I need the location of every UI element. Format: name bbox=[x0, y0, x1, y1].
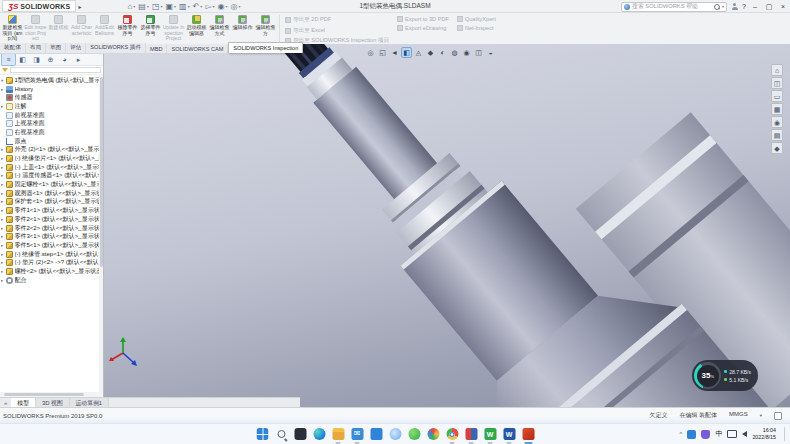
command-tab[interactable]: SOLIDWORKS Inspection bbox=[228, 42, 303, 53]
user-login-icon[interactable] bbox=[731, 3, 738, 10]
print-icon[interactable]: ▥▾ bbox=[179, 2, 190, 11]
status-sheet-icon[interactable] bbox=[774, 412, 782, 420]
tree-item[interactable]: ▸ (-) 垫片 (2)<2> ->? (默认<<默认 bbox=[1, 258, 103, 267]
panel-overflow-icon[interactable]: ▸ bbox=[72, 54, 85, 65]
ribbon-button[interactable]: 移除零件序号 bbox=[116, 14, 139, 43]
ribbon-button[interactable]: 编辑操作 bbox=[231, 14, 254, 43]
restore-button[interactable]: ▢ bbox=[764, 3, 774, 11]
undo-icon[interactable]: ↶▾ bbox=[193, 2, 203, 11]
tray-app-icon[interactable] bbox=[687, 430, 696, 439]
ribbon-button[interactable]: 选择零件序号 bbox=[139, 14, 162, 43]
model-3d[interactable] bbox=[104, 44, 790, 407]
ribbon-button[interactable]: Edit Inspection Project bbox=[24, 14, 47, 43]
tree-item[interactable]: ▸ 传感器 bbox=[1, 93, 103, 102]
command-tab[interactable]: MBD bbox=[146, 45, 167, 53]
export-menu-item[interactable]: Net-Inspect bbox=[457, 25, 496, 31]
search-caret-icon[interactable]: ▾ bbox=[722, 4, 724, 9]
ribbon-button[interactable]: 编辑检查方式 bbox=[208, 14, 231, 43]
task-view-button[interactable] bbox=[294, 428, 307, 441]
search-input[interactable]: 搜索 SOLIDWORKS 帮助 bbox=[632, 2, 712, 11]
mail-icon[interactable] bbox=[351, 428, 364, 441]
tree-root-item[interactable]: ▾ 1型铠装热电偶 (默认<默认_显示状态-1 bbox=[1, 76, 103, 85]
tree-item[interactable]: ▸ 观测器<1> (默认<<默认>_显示状 bbox=[1, 189, 103, 198]
previous-view-icon[interactable]: ◄ bbox=[390, 48, 399, 57]
tree-item[interactable]: ▸ (-) 上盖<1> (默认<<默认>_显示状 bbox=[1, 163, 103, 172]
tree-item[interactable]: ▸ 原点 bbox=[1, 137, 103, 146]
export-menu-item[interactable]: Export to 3D PDF bbox=[397, 16, 449, 22]
word-icon[interactable]: W bbox=[503, 428, 516, 441]
new-file-icon[interactable]: ▤▾ bbox=[138, 2, 149, 11]
display-style-icon[interactable]: ◐ bbox=[438, 48, 447, 57]
view-settings-icon[interactable]: ◒ bbox=[486, 48, 495, 57]
command-tab[interactable]: SOLIDWORKS CAM bbox=[167, 45, 228, 53]
open-file-icon[interactable]: ◳▾ bbox=[152, 2, 163, 11]
section-view-icon[interactable]: ◧ bbox=[402, 48, 411, 57]
wps-icon[interactable]: W bbox=[484, 428, 497, 441]
store-icon[interactable] bbox=[370, 428, 383, 441]
model-tab[interactable]: 3D 视图 bbox=[36, 398, 70, 408]
tree-item[interactable]: ▸ 螺栓<2> (默认<<默认>_显示状态 bbox=[1, 267, 103, 276]
tree-item[interactable]: ▸ 注解 bbox=[1, 102, 103, 111]
start-button[interactable] bbox=[256, 428, 269, 441]
export-menu-item[interactable]: 导出至 2D PDF bbox=[285, 16, 389, 24]
ribbon-button[interactable]: Add/Edit Balloons bbox=[93, 14, 116, 43]
dimxpert-tab-icon[interactable]: ⊕ bbox=[44, 54, 57, 65]
dynamic-annotation-icon[interactable]: ◬ bbox=[414, 48, 423, 57]
3d-viewport[interactable]: ◎ ◱ ◄ ◧ ◬ ◆ ◐ ◍ ◉ ◫ ◒ bbox=[104, 44, 790, 407]
command-tab[interactable]: 评估 bbox=[66, 43, 86, 53]
edit-appearance-icon[interactable]: ◉ bbox=[462, 48, 471, 57]
ribbon-button[interactable]: 启动模板编辑器 bbox=[185, 14, 208, 43]
weather-icon[interactable] bbox=[389, 428, 402, 441]
filter-funnel-icon[interactable] bbox=[2, 68, 8, 72]
minimize-button[interactable]: – bbox=[750, 3, 760, 10]
file-menu-arrow-icon[interactable]: ▸ bbox=[78, 3, 81, 10]
forum-tab-icon[interactable]: ◆ bbox=[771, 142, 783, 154]
apply-scene-icon[interactable]: ◫ bbox=[474, 48, 483, 57]
ime-indicator[interactable]: 中 bbox=[715, 429, 722, 439]
command-tab[interactable]: 草图 bbox=[46, 43, 66, 53]
units-caret-icon[interactable]: ▾ bbox=[760, 413, 762, 418]
design-library-tab-icon[interactable]: ▭ bbox=[771, 90, 783, 102]
command-tab[interactable]: 装配体 bbox=[0, 43, 26, 53]
save-icon[interactable]: ▣▾ bbox=[166, 2, 177, 11]
command-tab[interactable]: SOLIDWORKS 插件 bbox=[86, 43, 146, 53]
tab-scroll-arrows[interactable]: « bbox=[0, 400, 11, 406]
tree-item[interactable]: ▸ 前视基准面 bbox=[1, 111, 103, 120]
model-tab[interactable]: 运动算例1 bbox=[70, 398, 109, 408]
view-orientation-icon[interactable]: ◆ bbox=[426, 48, 435, 57]
help-button[interactable]: ? bbox=[742, 3, 746, 10]
tree-item[interactable]: ▸ 保护套<1> (默认<<默认>_显示状 bbox=[1, 198, 103, 207]
tree-item[interactable]: ▸ 外壳 (2)<1> (默认<<默认>_显示状 bbox=[1, 146, 103, 155]
browser-icon[interactable] bbox=[427, 428, 440, 441]
tree-item[interactable]: ▸ 零件2<2> (默认<<默认>_显示状态 bbox=[1, 224, 103, 233]
zoom-area-icon[interactable]: ◱ bbox=[378, 48, 387, 57]
show-desktop-button[interactable] bbox=[784, 427, 786, 441]
model-tab[interactable]: 模型 bbox=[11, 398, 36, 408]
configurations-tab-icon[interactable]: ◨ bbox=[30, 54, 43, 65]
resources-tab-icon[interactable]: ◫ bbox=[771, 77, 783, 89]
tree-item[interactable]: ▸ 固定螺栓<1> (默认<<默认>_显示 bbox=[1, 180, 103, 189]
tree-item[interactable]: ▸ History bbox=[1, 85, 103, 94]
tree-item[interactable]: ▸ (-) 绝缘垫片<1> (默认<<默认>_显 bbox=[1, 154, 103, 163]
green-app-icon[interactable] bbox=[408, 428, 421, 441]
tree-item[interactable]: ▸ 上视基准面 bbox=[1, 119, 103, 128]
displaymanager-tab-icon[interactable]: ◕ bbox=[58, 54, 71, 65]
search-icon[interactable] bbox=[714, 4, 720, 10]
export-menu-item[interactable]: Export eDrawing bbox=[397, 25, 449, 31]
tree-item[interactable]: ▸ 零件5<1> (默认<<默认>_显示状态 bbox=[1, 241, 103, 250]
export-menu-item[interactable]: 导出至 Excel bbox=[285, 27, 389, 35]
hide-show-items-icon[interactable]: ◍ bbox=[450, 48, 459, 57]
tree-filter-input[interactable] bbox=[10, 67, 101, 73]
volume-icon[interactable] bbox=[742, 431, 747, 437]
edge-icon[interactable] bbox=[313, 428, 326, 441]
reader-app-icon[interactable] bbox=[465, 428, 478, 441]
home-tab-icon[interactable]: ⌂ bbox=[771, 64, 783, 76]
chrome-icon[interactable] bbox=[446, 428, 459, 441]
tree-item[interactable]: ▸ (-) 温度传感器<1> (默认<<默认>_ bbox=[1, 172, 103, 181]
ribbon-button[interactable]: 新建检查项目 (amp;N) bbox=[1, 14, 24, 43]
propertymanager-tab-icon[interactable]: ◧ bbox=[16, 54, 29, 65]
custom-properties-tab-icon[interactable]: ▤ bbox=[771, 129, 783, 141]
export-menu-item[interactable]: QualityXpert bbox=[457, 16, 496, 22]
file-explorer-tab-icon[interactable]: ▦ bbox=[771, 103, 783, 115]
solidworks-logo[interactable]: ƷS SOLIDWORKS bbox=[2, 0, 76, 12]
